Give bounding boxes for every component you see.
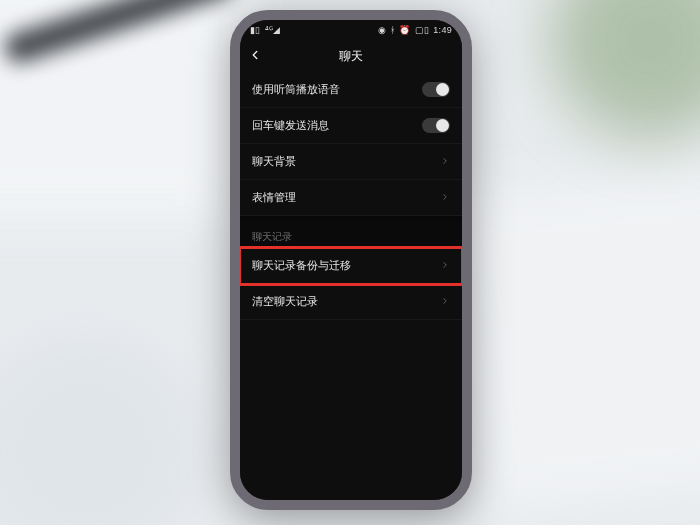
toggle-earpiece[interactable] xyxy=(422,82,450,97)
back-button[interactable] xyxy=(248,48,264,64)
signal-icon: ▮▯ xyxy=(250,25,261,35)
chevron-right-icon xyxy=(440,192,450,204)
row-label: 聊天背景 xyxy=(252,154,296,169)
page-title: 聊天 xyxy=(339,48,363,65)
network-icon: ⁴ᴳ◢ xyxy=(265,25,281,35)
row-clear-chat-log[interactable]: 清空聊天记录 xyxy=(240,284,462,320)
eye-comfort-icon: ◉ xyxy=(378,25,386,35)
row-enter-send[interactable]: 回车键发送消息 xyxy=(240,108,462,144)
bluetooth-icon: ᚼ xyxy=(390,25,395,35)
phone-frame: ▮▯ ⁴ᴳ◢ ◉ ᚼ ⏰ ▢▯ 1:49 聊天 使用听筒播放语音 xyxy=(230,10,472,510)
section-chat-log: 聊天记录 xyxy=(240,220,462,248)
toggle-enter-send[interactable] xyxy=(422,118,450,133)
row-label: 清空聊天记录 xyxy=(252,294,318,309)
row-label: 聊天记录备份与迁移 xyxy=(252,258,351,273)
screen: ▮▯ ⁴ᴳ◢ ◉ ᚼ ⏰ ▢▯ 1:49 聊天 使用听筒播放语音 xyxy=(240,20,462,500)
settings-list: 使用听筒播放语音 回车键发送消息 聊天背景 表情管理 聊天记录 xyxy=(240,72,462,320)
row-chat-background[interactable]: 聊天背景 xyxy=(240,144,462,180)
row-sticker-management[interactable]: 表情管理 xyxy=(240,180,462,216)
row-backup-migrate[interactable]: 聊天记录备份与迁移 xyxy=(240,248,462,284)
chevron-right-icon xyxy=(440,296,450,308)
status-bar: ▮▯ ⁴ᴳ◢ ◉ ᚼ ⏰ ▢▯ 1:49 xyxy=(240,20,462,40)
battery-icon: ▢▯ xyxy=(415,25,430,35)
nav-header: 聊天 xyxy=(240,40,462,72)
row-label: 使用听筒播放语音 xyxy=(252,82,340,97)
chevron-right-icon xyxy=(440,260,450,272)
row-label: 表情管理 xyxy=(252,190,296,205)
alarm-icon: ⏰ xyxy=(399,25,410,35)
row-label: 回车键发送消息 xyxy=(252,118,329,133)
clock-text: 1:49 xyxy=(433,25,452,35)
chevron-right-icon xyxy=(440,156,450,168)
row-earpiece-playback[interactable]: 使用听筒播放语音 xyxy=(240,72,462,108)
